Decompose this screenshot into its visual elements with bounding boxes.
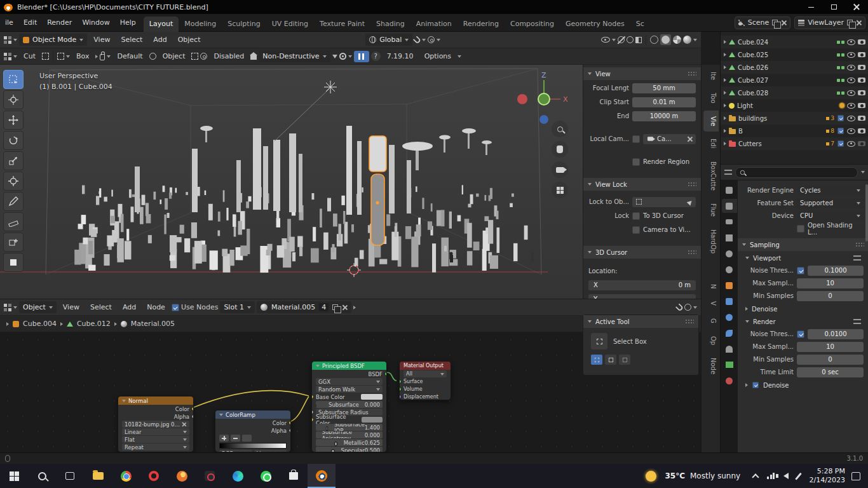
base-color-swatch[interactable] (361, 394, 383, 400)
panel-grip-icon[interactable] (688, 182, 696, 187)
unlink-scene-icon[interactable] (781, 20, 787, 25)
cursor-mini-icon[interactable] (149, 53, 156, 60)
input-socket[interactable] (334, 442, 337, 446)
workspace-tab-rendering[interactable]: Rendering (458, 17, 505, 32)
viewport-subpanel-header[interactable]: Viewport (738, 252, 868, 264)
shader-menu-select[interactable]: Select (86, 302, 116, 313)
render-visibility-icon[interactable] (858, 128, 865, 133)
render-subpanel-header[interactable]: Render (738, 316, 868, 327)
render-noise-threshold-field[interactable]: 0.0100 (808, 329, 864, 339)
hide-eye-icon[interactable] (847, 65, 855, 71)
zoom-button[interactable] (552, 121, 568, 137)
tool-scale[interactable] (3, 151, 24, 170)
render-visibility-icon[interactable] (858, 39, 865, 44)
tool-measure[interactable] (3, 212, 24, 231)
taskbar-search-button[interactable] (28, 464, 56, 488)
properties-search-input[interactable] (735, 167, 858, 178)
render-engine-dropdown[interactable]: Cycles (797, 186, 864, 196)
chrome-button[interactable] (112, 464, 140, 488)
gizmo-y-ball[interactable] (538, 93, 550, 105)
workspace-tab-scripting[interactable]: Sc (630, 17, 650, 32)
opera-button[interactable] (140, 464, 168, 488)
hide-eye-icon[interactable] (847, 128, 855, 134)
render-denoise-subpanel[interactable]: Denoise (738, 379, 868, 391)
maximize-button[interactable] (822, 0, 845, 14)
bsdf-output-socket[interactable] (384, 372, 387, 376)
input-socket[interactable] (316, 403, 316, 408)
boxcutter-tool-icon[interactable] (4, 53, 11, 60)
output-tab[interactable] (722, 215, 737, 229)
viewport-menu-add[interactable]: Add (149, 34, 171, 45)
pipeline-dropdown[interactable]: Non-Destructive (259, 50, 330, 62)
device-dropdown[interactable]: CPU (797, 211, 864, 221)
sidebar-tab-edit[interactable]: Edi (703, 133, 719, 154)
hide-eye-icon[interactable] (847, 90, 855, 96)
options-caret-icon[interactable] (458, 55, 461, 58)
filter-caret-icon[interactable] (861, 171, 865, 173)
workspace-tab-uv-editing[interactable]: UV Editing (266, 17, 314, 32)
proportional-caret-icon[interactable] (437, 39, 440, 41)
open-shading-checkbox[interactable] (797, 225, 804, 233)
subsurface-slider[interactable]: Subsurface0.000 (316, 401, 383, 408)
color-output-socket[interactable] (288, 421, 291, 425)
menu-window[interactable]: Window (77, 18, 114, 27)
properties-editor-icon[interactable] (724, 170, 732, 175)
select-mode-subtract-button[interactable] (619, 355, 630, 365)
base-color-socket[interactable] (311, 395, 314, 399)
gizmo-x-label[interactable]: X (563, 95, 568, 104)
gizmo-toggle-icon[interactable] (618, 36, 625, 43)
sidebar-tab-item[interactable]: Ite (703, 66, 719, 86)
ortho-toggle-button[interactable] (552, 182, 568, 198)
editor-type-icon[interactable] (4, 36, 11, 44)
shader-type-dropdown[interactable]: Object (19, 301, 57, 313)
expand-icon[interactable] (724, 78, 726, 82)
collapse-caret-icon[interactable] (122, 400, 126, 402)
new-scene-icon[interactable] (772, 20, 778, 25)
store-button[interactable] (280, 464, 308, 488)
metallic-slider[interactable]: Metallic0.625 (316, 439, 383, 446)
workspace-tab-animation[interactable]: Animation (410, 17, 458, 32)
expand-icon[interactable] (724, 53, 726, 57)
outliner-row[interactable]: Light (721, 99, 868, 112)
menu-help[interactable]: Help (115, 18, 141, 27)
viewport-menu-select[interactable]: Select (116, 34, 147, 45)
outliner-row[interactable]: B8 (721, 125, 868, 137)
hide-eye-icon[interactable] (847, 116, 855, 121)
firefox-button[interactable] (168, 464, 196, 488)
whatsapp-button[interactable] (252, 464, 280, 488)
surface-input-socket[interactable] (399, 379, 402, 384)
gizmo-x-neg-ball[interactable] (517, 94, 527, 104)
expand-icon[interactable] (724, 104, 726, 107)
weather-widget[interactable]: 35°C Mostly sunny (639, 464, 747, 488)
view-layer-tab[interactable] (722, 231, 737, 245)
editor-type-icon[interactable] (4, 304, 11, 311)
workspace-tab-texture-paint[interactable]: Texture Paint (314, 17, 370, 32)
outliner-row[interactable]: Cube.026 (721, 61, 868, 74)
viewport-menu-view[interactable]: View (89, 34, 114, 45)
gizmo-z-neg-ball[interactable] (539, 115, 548, 124)
header-caret-icon[interactable] (693, 306, 697, 309)
shading-solid-active[interactable] (660, 34, 671, 45)
colorramp-node[interactable]: ColorRamp Color Alpha RGBLinear (215, 410, 291, 452)
target-dropdown[interactable]: All (403, 370, 447, 377)
specular-slider[interactable]: Specular0.500 (316, 447, 383, 452)
noise-threshold-checkbox[interactable] (797, 267, 804, 274)
outliner-row[interactable]: Cube.024 (721, 36, 868, 48)
breadcrumb-material[interactable]: Material.005 (131, 320, 175, 328)
tray-expand-icon[interactable] (752, 473, 759, 480)
remove-viewlayer-icon[interactable] (856, 20, 862, 25)
use-nodes-checkbox[interactable] (172, 304, 179, 311)
mode-dropdown[interactable]: Object Mode (19, 34, 87, 46)
sidebar-tab-boxcutter[interactable]: BoxCutte (703, 156, 719, 196)
render-max-samples-field[interactable]: 10 (797, 342, 864, 352)
options-label[interactable]: Options (420, 51, 456, 62)
expand-icon[interactable] (724, 129, 726, 133)
apply-down-icon[interactable] (332, 55, 337, 58)
shading-wireframe-icon[interactable] (650, 36, 658, 44)
to-3d-cursor-checkbox[interactable] (632, 212, 640, 220)
opera-gx-button[interactable] (196, 464, 224, 488)
home-icon[interactable] (250, 55, 257, 60)
network-icon[interactable] (767, 473, 775, 479)
collection-checkbox[interactable] (837, 115, 844, 121)
sidebar-tab-fluent[interactable]: Flue (703, 198, 719, 222)
